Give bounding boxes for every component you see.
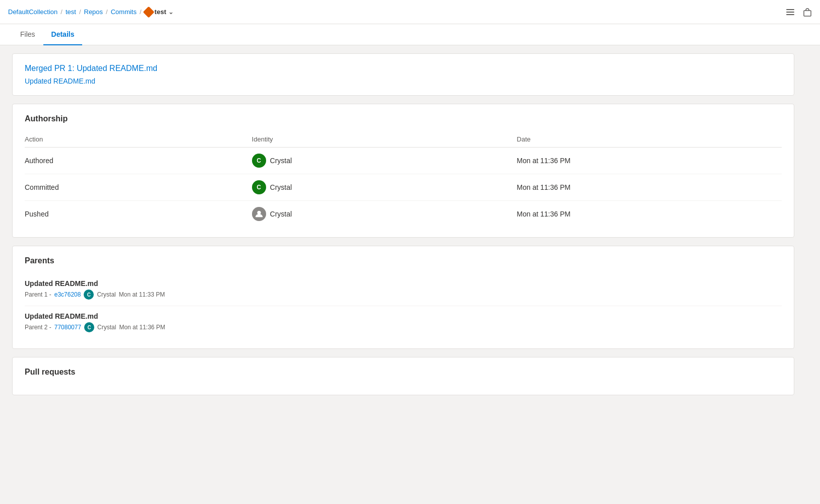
parent-entry: Updated README.mdParent 2 -77080077CCrys… xyxy=(25,306,782,338)
bag-icon[interactable] xyxy=(803,8,812,17)
parent-author: Crystal xyxy=(97,291,115,298)
parent-date: Mon at 11:36 PM xyxy=(119,324,165,331)
top-bar: DefaultCollection / test / Repos / Commi… xyxy=(0,0,820,24)
tab-files[interactable]: Files xyxy=(12,24,43,45)
parents-list: Updated README.mdParent 1 -e3c76208CCrys… xyxy=(25,273,782,338)
parent-label: Parent 1 - xyxy=(25,291,51,298)
authorship-row: AuthoredCCrystalMon at 11:36 PM xyxy=(25,148,782,174)
action-cell: Committed xyxy=(25,174,252,201)
breadcrumb-project[interactable]: test xyxy=(66,8,76,16)
repo-dropdown-chevron[interactable]: ⌄ xyxy=(168,9,173,16)
svg-point-4 xyxy=(257,211,261,214)
action-cell: Pushed xyxy=(25,201,252,228)
date-cell: Mon at 11:36 PM xyxy=(517,174,782,201)
identity-name: Crystal xyxy=(270,157,292,165)
parent-avatar: C xyxy=(84,290,94,300)
parent-date: Mon at 11:33 PM xyxy=(119,291,165,298)
col-date: Date xyxy=(517,131,782,148)
avatar: C xyxy=(252,180,266,194)
parent-meta: Parent 2 -77080077CCrystalMon at 11:36 P… xyxy=(25,322,782,332)
identity-cell: CCrystal xyxy=(252,148,517,174)
breadcrumb-repos[interactable]: Repos xyxy=(84,8,103,16)
authorship-table: Action Identity Date AuthoredCCrystalMon… xyxy=(25,131,782,227)
breadcrumb-sep-2: / xyxy=(79,8,81,16)
svg-rect-1 xyxy=(786,12,794,13)
identity-name: Crystal xyxy=(270,183,292,191)
commit-message-secondary[interactable]: Updated README.md xyxy=(25,77,782,85)
parents-title: Parents xyxy=(25,256,782,265)
parent-avatar: C xyxy=(84,322,94,332)
authorship-title: Authorship xyxy=(25,114,782,123)
breadcrumb: DefaultCollection / test / Repos / Commi… xyxy=(8,8,173,16)
breadcrumb-collection[interactable]: DefaultCollection xyxy=(8,8,57,16)
parent-title: Updated README.md xyxy=(25,312,782,320)
authorship-card: Authorship Action Identity Date Authored… xyxy=(12,104,794,238)
breadcrumb-current-repo: test ⌄ xyxy=(145,8,173,16)
main-content: Merged PR 1: Updated README.md Updated R… xyxy=(0,53,806,415)
parent-author: Crystal xyxy=(97,324,116,331)
col-action: Action xyxy=(25,131,252,148)
commit-message-primary[interactable]: Merged PR 1: Updated README.md xyxy=(25,64,782,73)
avatar xyxy=(252,207,266,221)
breadcrumb-sep-4: / xyxy=(140,8,142,16)
parents-card: Parents Updated README.mdParent 1 -e3c76… xyxy=(12,246,794,349)
breadcrumb-sep-1: / xyxy=(60,8,62,16)
date-cell: Mon at 11:36 PM xyxy=(517,201,782,228)
identity-name: Crystal xyxy=(270,210,292,218)
parent-entry: Updated README.mdParent 1 -e3c76208CCrys… xyxy=(25,273,782,306)
date-cell: Mon at 11:36 PM xyxy=(517,148,782,174)
current-repo-name: test xyxy=(155,8,166,16)
pull-requests-title: Pull requests xyxy=(25,368,782,377)
breadcrumb-sep-3: / xyxy=(106,8,108,16)
parent-hash[interactable]: e3c76208 xyxy=(54,291,81,298)
pull-requests-card: Pull requests xyxy=(12,357,794,395)
parent-hash[interactable]: 77080077 xyxy=(54,324,81,331)
breadcrumb-commits[interactable]: Commits xyxy=(111,8,137,16)
svg-rect-2 xyxy=(786,14,794,15)
parent-title: Updated README.md xyxy=(25,279,782,287)
top-bar-actions xyxy=(786,8,812,17)
authorship-row: CommittedCCrystalMon at 11:36 PM xyxy=(25,174,782,201)
svg-rect-3 xyxy=(804,11,811,16)
avatar: C xyxy=(252,154,266,168)
identity-cell: Crystal xyxy=(252,201,517,228)
parent-label: Parent 2 - xyxy=(25,324,51,331)
repo-icon xyxy=(143,6,154,18)
parent-meta: Parent 1 -e3c76208CCrystalMon at 11:33 P… xyxy=(25,290,782,300)
commit-message-card: Merged PR 1: Updated README.md Updated R… xyxy=(12,53,794,96)
svg-rect-0 xyxy=(786,9,794,10)
authorship-row: PushedCrystalMon at 11:36 PM xyxy=(25,201,782,228)
tabs-bar: Files Details xyxy=(0,24,820,45)
action-cell: Authored xyxy=(25,148,252,174)
identity-cell: CCrystal xyxy=(252,174,517,201)
col-identity: Identity xyxy=(252,131,517,148)
tab-details[interactable]: Details xyxy=(43,24,83,45)
list-icon[interactable] xyxy=(786,8,795,17)
